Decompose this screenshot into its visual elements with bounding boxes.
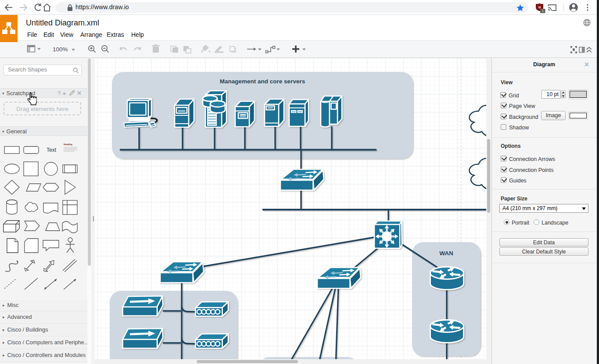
svg-text:100%: 100% xyxy=(53,46,68,53)
svg-text:Heading: Heading xyxy=(64,143,72,146)
svg-text:Text: Text xyxy=(47,147,57,153)
svg-text:1: 1 xyxy=(542,9,544,13)
svg-text:Management and core servers: Management and core servers xyxy=(220,78,305,85)
svg-text:u: u xyxy=(538,5,541,9)
svg-text:WAN: WAN xyxy=(439,250,453,257)
